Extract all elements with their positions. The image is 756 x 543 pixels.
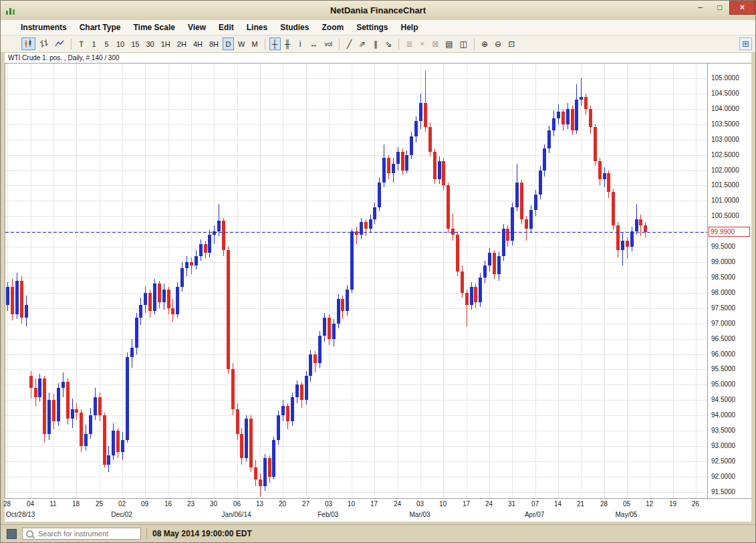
ray-line-icon[interactable]: ⇗ bbox=[356, 37, 368, 50]
status-timestamp: 08 May 2014 19:00:00 EDT bbox=[152, 529, 252, 538]
window-title: NetDania FinanceChart bbox=[1, 5, 755, 15]
period-button-30[interactable]: 30 bbox=[144, 37, 157, 50]
menu-item-view[interactable]: View bbox=[188, 23, 206, 32]
trendline-icon[interactable]: ╱ bbox=[344, 37, 355, 50]
candlestick-chart[interactable] bbox=[5, 64, 707, 498]
x-axis-label: 07 bbox=[531, 500, 539, 508]
search-input[interactable] bbox=[37, 529, 137, 538]
x-axis-month-label: Mar/03 bbox=[410, 511, 430, 518]
y-axis-label: 99.5000 bbox=[711, 243, 735, 250]
print-preview-icon[interactable]: ◫ bbox=[457, 37, 470, 50]
x-axis-label: 05 bbox=[623, 500, 630, 508]
minimize-button[interactable]: – bbox=[690, 1, 710, 14]
period-button-m[interactable]: M bbox=[249, 37, 260, 50]
horizontal-expand-icon[interactable]: ↔ bbox=[307, 37, 321, 50]
print-icon[interactable]: ▤ bbox=[443, 37, 455, 50]
delete-icon[interactable]: × bbox=[416, 37, 428, 50]
zoom-group: ⊕⊖⊡ bbox=[478, 37, 518, 50]
delete-all-icon[interactable]: ⊠ bbox=[429, 37, 441, 50]
period-button-5[interactable]: 5 bbox=[101, 37, 112, 50]
app-window: NetDania FinanceChart – □ × InstrumentsC… bbox=[0, 0, 756, 543]
last-price-box: 99.9900 bbox=[709, 227, 750, 237]
period-button-1h[interactable]: 1H bbox=[158, 37, 173, 50]
dock-icon[interactable]: ⊞ bbox=[739, 37, 752, 50]
menu-item-lines[interactable]: Lines bbox=[247, 23, 267, 32]
period-button-8h[interactable]: 8H bbox=[207, 37, 221, 50]
x-axis-label: 31 bbox=[508, 500, 515, 508]
bar-chart-icon[interactable] bbox=[37, 37, 51, 50]
period-button-15[interactable]: 15 bbox=[128, 37, 142, 50]
x-axis-month-label: May/05 bbox=[615, 511, 637, 518]
candlestick-chart-icon[interactable] bbox=[21, 37, 35, 50]
x-axis-label: 21 bbox=[577, 500, 584, 508]
y-axis-label: 98.5000 bbox=[711, 274, 735, 281]
x-axis-label: 27 bbox=[302, 500, 309, 508]
x-axis-label: 10 bbox=[439, 500, 447, 508]
x-axis-month-label: Dec/02 bbox=[111, 511, 132, 518]
close-button[interactable]: × bbox=[729, 1, 755, 15]
zoom-in-icon[interactable]: ⊕ bbox=[479, 37, 491, 50]
menu-item-edit[interactable]: Edit bbox=[219, 23, 234, 32]
y-axis-label: 95.5000 bbox=[711, 365, 735, 372]
maximize-button[interactable]: □ bbox=[710, 1, 729, 14]
x-axis-label: 06 bbox=[233, 500, 241, 508]
zoom-box-icon[interactable]: ⊡ bbox=[505, 37, 517, 50]
x-axis-label: 30 bbox=[210, 500, 217, 508]
y-axis-label: 92.0000 bbox=[711, 473, 735, 480]
x-axis-label: 28 bbox=[3, 500, 11, 508]
x-axis-month-label: Jan/06/14 bbox=[222, 511, 251, 518]
y-axis-label: 94.0000 bbox=[711, 411, 735, 419]
menu-item-settings[interactable]: Settings bbox=[356, 23, 388, 32]
parallel-channel-icon[interactable]: ∥ bbox=[370, 37, 381, 50]
x-axis-label: 16 bbox=[164, 500, 172, 508]
x-axis-label: 23 bbox=[187, 500, 195, 508]
y-axis-label: 102.0000 bbox=[711, 167, 739, 174]
chart-plot[interactable] bbox=[5, 63, 707, 499]
period-button-2h[interactable]: 2H bbox=[174, 37, 189, 50]
chart-type-group bbox=[21, 37, 68, 50]
y-axis-label: 104.0000 bbox=[711, 105, 739, 112]
x-axis: 2804111825020916233006132027031017240310… bbox=[5, 499, 707, 510]
crosshair-icon[interactable]: ┼ bbox=[269, 37, 281, 50]
period-button-1[interactable]: 1 bbox=[88, 37, 100, 50]
search-icon bbox=[26, 530, 33, 538]
menu-item-instruments[interactable]: Instruments bbox=[21, 23, 67, 32]
menu-bar: InstrumentsChart TypeTime ScaleViewEditL… bbox=[1, 20, 755, 35]
info-icon[interactable]: i bbox=[295, 37, 306, 50]
chart-title-label: WTI Crude 1. pos. , Daily, # 140 / 300 bbox=[8, 54, 120, 62]
period-button-4h[interactable]: 4H bbox=[191, 37, 205, 50]
period-button-10[interactable]: 10 bbox=[114, 37, 127, 50]
title-bar[interactable]: NetDania FinanceChart – □ × bbox=[1, 1, 755, 20]
menu-item-help[interactable]: Help bbox=[400, 23, 418, 32]
x-axis-label: 26 bbox=[692, 500, 699, 508]
arrow-line-icon[interactable]: ⇘ bbox=[382, 37, 394, 50]
menu-item-zoom[interactable]: Zoom bbox=[322, 23, 344, 32]
toolbar-separator bbox=[339, 39, 340, 49]
price-axis: 99.9900 91.500092.000092.500093.000093.5… bbox=[707, 63, 751, 499]
x-axis-label: 17 bbox=[370, 500, 378, 508]
x-axis-label: 20 bbox=[279, 500, 286, 508]
period-button-d[interactable]: D bbox=[223, 37, 234, 50]
x-axis-month-label: Feb/03 bbox=[318, 511, 338, 518]
y-axis-label: 96.5000 bbox=[711, 335, 735, 342]
axis-corner bbox=[707, 499, 751, 522]
toolbar: T151015301H2H4H8HDWM ┼╫i↔vol ╱⇗∥⇘ ≣×⊠ ▤◫… bbox=[1, 35, 755, 53]
search-box[interactable] bbox=[22, 528, 141, 540]
chart-area: WTI Crude 1. pos. , Daily, # 140 / 300 2… bbox=[1, 53, 755, 524]
status-bar: 08 May 2014 19:00:00 EDT bbox=[1, 524, 755, 542]
volume-icon[interactable]: vol bbox=[322, 37, 336, 50]
y-axis-label: 97.0000 bbox=[711, 320, 735, 327]
grid-icon[interactable]: ╫ bbox=[282, 37, 293, 50]
toolbar-separator bbox=[265, 39, 265, 49]
x-axis-month-label: Oct/28/13 bbox=[6, 511, 35, 518]
menu-item-studies[interactable]: Studies bbox=[280, 23, 309, 32]
period-button-w[interactable]: W bbox=[235, 37, 247, 50]
status-separator bbox=[146, 528, 147, 540]
zoom-out-icon[interactable]: ⊖ bbox=[492, 37, 504, 50]
menu-item-time-scale[interactable]: Time Scale bbox=[133, 23, 174, 32]
menu-item-chart-type[interactable]: Chart Type bbox=[80, 23, 121, 32]
period-button-t[interactable]: T bbox=[76, 37, 87, 50]
x-axis-label: 14 bbox=[554, 500, 561, 508]
line-chart-icon[interactable] bbox=[52, 37, 67, 50]
remove-lines-icon[interactable]: ≣ bbox=[403, 37, 415, 50]
